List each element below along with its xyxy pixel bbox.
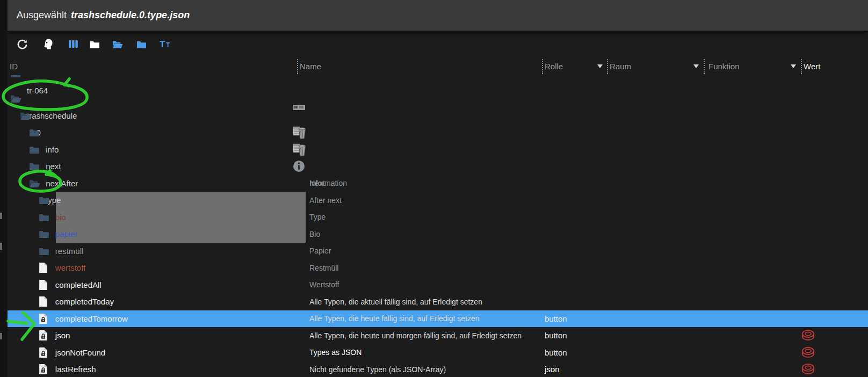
selected-object-id: trashschedule.0.type.json bbox=[71, 10, 190, 21]
selected-object-bar: Ausgewählt trashschedule.0.type.json bbox=[8, 0, 868, 31]
filter-dropdown-rolle-icon[interactable] bbox=[597, 64, 603, 68]
column-header-rolle: Rolle bbox=[545, 57, 563, 75]
object-row-bio[interactable]: bioBio bbox=[0, 192, 868, 209]
column-header-wert: Wert bbox=[804, 57, 820, 75]
object-row-papier[interactable]: papierPapier bbox=[0, 209, 868, 226]
column-separator[interactable] bbox=[704, 59, 705, 74]
doc-icon[interactable] bbox=[39, 277, 868, 294]
column-separator[interactable] bbox=[297, 59, 298, 74]
folder-icon[interactable] bbox=[29, 141, 868, 158]
object-row-type[interactable]: typeType bbox=[0, 175, 868, 192]
object-row-nextRefresh[interactable]: nextRefreshNächste AktualisierungdateWed… bbox=[0, 361, 868, 377]
folder-icon[interactable] bbox=[39, 209, 868, 226]
column-separator[interactable] bbox=[607, 59, 608, 74]
column-header-funktion: Funktion bbox=[708, 57, 740, 75]
filter-dropdown-funktion-icon[interactable] bbox=[791, 64, 796, 68]
folder-open-icon[interactable] bbox=[10, 90, 868, 107]
object-browser-toolbar: TT bbox=[8, 31, 868, 57]
doc-lock-icon[interactable] bbox=[39, 361, 868, 377]
object-row-nextAfter[interactable]: nextAfterAfter next bbox=[0, 158, 868, 175]
doc-icon[interactable] bbox=[39, 293, 868, 310]
object-row-next[interactable]: nextNext bbox=[0, 141, 868, 158]
expert-mode-icon[interactable] bbox=[40, 31, 56, 57]
folder-icon[interactable] bbox=[39, 192, 868, 209]
object-row-info[interactable]: infoInformation bbox=[0, 124, 868, 141]
scrollbar-mark bbox=[0, 243, 2, 250]
folder-icon[interactable] bbox=[39, 243, 868, 260]
scrollbar-mark bbox=[0, 333, 2, 339]
folder-depth-icon[interactable] bbox=[133, 31, 149, 57]
object-row-0[interactable]: 0 bbox=[0, 107, 868, 125]
object-row-trashschedule[interactable]: trashschedule bbox=[0, 90, 868, 107]
column-separator[interactable] bbox=[542, 59, 543, 74]
doc-lock-icon[interactable] bbox=[39, 310, 868, 328]
object-row-json[interactable]: jsonTypes as JSONjson[{"name":"Bio","da bbox=[8, 310, 868, 328]
collapse-folders-icon[interactable] bbox=[86, 31, 103, 57]
column-header-id: ID bbox=[10, 57, 18, 75]
folder-icon[interactable] bbox=[29, 158, 868, 175]
columns-icon[interactable] bbox=[65, 31, 81, 57]
refresh-icon[interactable] bbox=[14, 31, 30, 57]
text-style-icon[interactable]: TT bbox=[158, 31, 174, 57]
svg-text:T: T bbox=[166, 41, 170, 49]
folder-icon[interactable] bbox=[10, 75, 868, 82]
filter-dropdown-raum-icon[interactable] bbox=[693, 64, 699, 68]
expand-folders-icon[interactable] bbox=[110, 31, 126, 57]
object-row-jsonNotFound[interactable]: jsonNotFoundNicht gefundene Typen (als J… bbox=[0, 327, 868, 344]
object-tree: tr-064trashschedule0infoInformationnextN… bbox=[0, 75, 868, 377]
object-row-completedAll[interactable]: completedAllAlle Typen, die aktuell fäll… bbox=[0, 259, 868, 277]
object-row-lastRefresh[interactable]: lastRefreshLetzte AktualisierungdateWed … bbox=[0, 344, 868, 361]
doc-lock-icon[interactable] bbox=[39, 327, 868, 344]
column-header-name: Name bbox=[300, 57, 321, 75]
column-separator[interactable] bbox=[801, 59, 802, 74]
object-row-wertstoff[interactable]: wertstoffWertstoff bbox=[0, 243, 868, 260]
column-header-raum: Raum bbox=[610, 57, 631, 75]
object-row-restmüll[interactable]: restmüllRestmüll bbox=[0, 226, 868, 243]
svg-text:T: T bbox=[160, 39, 165, 49]
table-header: IDNameRolleRaumFunktionWert bbox=[8, 57, 868, 75]
selected-label: Ausgewählt bbox=[17, 10, 67, 21]
left-edge-scrollbar[interactable] bbox=[0, 0, 8, 377]
folder-icon[interactable] bbox=[29, 124, 868, 141]
iobroker-object-browser: Ausgewählt trashschedule.0.type.json TT … bbox=[0, 0, 868, 377]
scrollbar-mark bbox=[0, 213, 2, 219]
object-row-completedToday[interactable]: completedTodayAlle Typen, die heute fäll… bbox=[0, 277, 868, 294]
doc-icon[interactable] bbox=[39, 259, 868, 277]
object-row-tr-064[interactable]: tr-064 bbox=[0, 75, 868, 82]
object-row-completedTomorrow[interactable]: completedTomorrowAlle Typen, die heute u… bbox=[0, 293, 868, 310]
folder-open-icon[interactable] bbox=[29, 175, 868, 192]
folder-icon[interactable] bbox=[39, 226, 868, 243]
folder-open-icon[interactable] bbox=[20, 107, 868, 125]
doc-lock-icon[interactable] bbox=[39, 344, 868, 361]
